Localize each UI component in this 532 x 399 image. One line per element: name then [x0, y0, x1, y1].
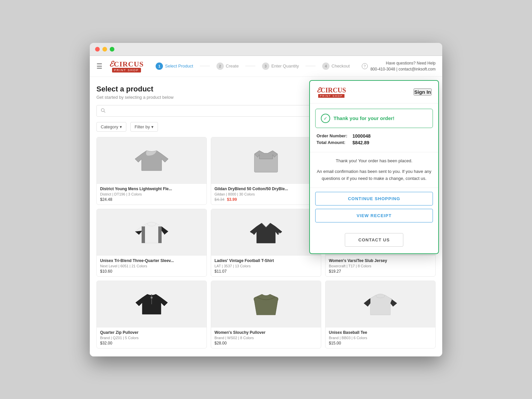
order-modal: ℰCIRCUS PRINT SHOP Sign In ✓ Thank you f…	[309, 80, 439, 254]
contact-us-button[interactable]: CONTACT US	[345, 233, 403, 247]
product-card-0[interactable]: District Young Mens Lightweight Fle... D…	[96, 137, 207, 205]
maximize-button[interactable]	[110, 47, 114, 52]
check-icon: ✓	[321, 114, 330, 123]
product-price-4: $11.07	[214, 269, 318, 274]
step-circle-3: 3	[262, 63, 269, 70]
product-card-8[interactable]: Unisex Baseball Tee Brand | BB03 | 6 Col…	[325, 281, 436, 348]
close-button[interactable]	[95, 47, 100, 52]
category-chevron-icon: ▾	[120, 124, 122, 129]
product-price-3: $10.60	[100, 269, 203, 274]
message-1: Thank you! Your order has been placed.	[317, 158, 432, 165]
modal-actions: CONTINUE SHOPPING VIEW RECEIPT	[310, 188, 438, 226]
step-circle-1: 1	[156, 63, 163, 70]
product-meta-6: Brand | QZ01 | 5 Colors	[100, 336, 203, 340]
product-name-7: Women's Slouchy Pullover	[214, 330, 318, 335]
wizard-steps: 1 Select Product 2 Create 3 Enter Quanti…	[150, 63, 355, 70]
product-info-0: District Young Mens Lightweight Fle... D…	[97, 184, 206, 204]
product-price-0: $24.48	[100, 197, 203, 202]
product-meta-1: Gildan | 8000 | 30 Colors	[214, 192, 318, 196]
product-price-5: $19.27	[329, 269, 432, 274]
filter-by-button[interactable]: Filter by ▾	[130, 122, 158, 132]
modal-logo: ℰCIRCUS PRINT SHOP	[317, 86, 346, 98]
product-image-8	[326, 281, 435, 328]
wizard-step-3[interactable]: 3 Enter Quantity	[262, 63, 299, 70]
wizard-step-2[interactable]: 2 Create	[216, 63, 239, 70]
order-details: Order Number: 1000048 Total Amount: $842…	[310, 128, 438, 152]
total-value: $842.89	[352, 140, 369, 145]
product-price-6: $32.00	[100, 341, 203, 345]
product-name-0: District Young Mens Lightweight Fle...	[100, 187, 203, 191]
product-meta-7: Brand | WS02 | 8 Colors	[214, 336, 318, 340]
step-label-1: Select Product	[165, 64, 193, 68]
modal-logo-text: ℰCIRCUS	[317, 86, 346, 94]
order-number-label: Order Number:	[317, 133, 350, 139]
hamburger-icon[interactable]: ☰	[96, 62, 102, 70]
product-info-1: Gildan DryBlend 50 Cotton/50 DryBle... G…	[211, 184, 321, 204]
product-name-3: Unisex Tri-Blend Three-Quarter Sleev...	[100, 258, 203, 263]
step-circle-4: 4	[322, 63, 330, 70]
product-card-1[interactable]: Gildan DryBlend 50 Cotton/50 DryBle... G…	[211, 137, 321, 205]
product-card-6[interactable]: Quarter Zip Pullover Brand | QZ01 | 5 Co…	[96, 281, 207, 348]
total-row: Total Amount: $842.89	[317, 140, 432, 145]
category-filter[interactable]: Category ▾	[96, 122, 126, 132]
sign-in-button[interactable]: Sign In	[414, 88, 432, 95]
product-name-6: Quarter Zip Pullover	[100, 330, 203, 335]
search-icon	[101, 108, 105, 114]
product-image-3	[97, 209, 206, 256]
browser-content: ☰ ℰCIRCUS PRINT SHOP 1 Select Product 2 …	[90, 56, 442, 356]
sale-price-1: $3.99	[227, 197, 237, 202]
product-image-4	[211, 209, 321, 256]
wizard-step-1[interactable]: 1 Select Product	[156, 63, 193, 70]
product-name-1: Gildan DryBlend 50 Cotton/50 DryBle...	[214, 187, 318, 191]
old-price-1: $4.34	[214, 197, 224, 202]
product-card-7[interactable]: Women's Slouchy Pullover Brand | WS02 | …	[211, 281, 321, 348]
thank-you-box: ✓ Thank you for your order!	[315, 109, 433, 128]
step-label-3: Enter Quantity	[271, 64, 299, 68]
order-message: Thank you! Your order has been placed. A…	[310, 152, 438, 188]
product-info-8: Unisex Baseball Tee Brand | BB03 | 6 Col…	[326, 328, 435, 348]
wizard-step-4[interactable]: 4 Checkout	[322, 63, 350, 70]
filterby-chevron-icon: ▾	[151, 124, 154, 129]
product-meta-5: Boxercraft | T17 | 8 Colors	[329, 264, 432, 268]
svg-line-1	[104, 111, 105, 112]
svg-point-4	[147, 222, 156, 226]
modal-logo-subtitle: PRINT SHOP	[318, 94, 344, 98]
product-card-4[interactable]: Ladies' Vintage Football T-Shirt LAT | 3…	[211, 209, 321, 277]
modal-footer: CONTACT US	[310, 226, 438, 247]
product-info-4: Ladies' Vintage Football T-Shirt LAT | 3…	[211, 256, 321, 276]
total-label: Total Amount:	[317, 140, 350, 145]
product-price-1: $4.34 $3.99	[214, 197, 318, 202]
browser-window: ☰ ℰCIRCUS PRINT SHOP 1 Select Product 2 …	[90, 43, 442, 356]
top-nav: ☰ ℰCIRCUS PRINT SHOP 1 Select Product 2 …	[90, 56, 442, 77]
view-receipt-button[interactable]: VIEW RECEIPT	[315, 209, 433, 222]
product-image-0	[97, 137, 206, 184]
product-info-6: Quarter Zip Pullover Brand | QZ01 | 5 Co…	[97, 328, 206, 348]
continue-shopping-button[interactable]: CONTINUE SHOPPING	[315, 192, 433, 205]
product-image-1	[211, 137, 321, 184]
logo-e: ℰ	[109, 60, 114, 68]
minimize-button[interactable]	[102, 47, 107, 52]
message-2: An email confirmation has been sent to y…	[317, 168, 432, 182]
product-price-7: $28.00	[214, 341, 318, 345]
product-card-3[interactable]: Unisex Tri-Blend Three-Quarter Sleev... …	[96, 209, 207, 277]
product-meta-3: Next Level | 6051 | 21 Colors	[100, 264, 203, 268]
step-divider-3	[306, 66, 316, 66]
logo[interactable]: ℰCIRCUS PRINT SHOP	[109, 60, 144, 72]
product-info-3: Unisex Tri-Blend Three-Quarter Sleev... …	[97, 256, 206, 276]
logo-subtitle: PRINT SHOP	[112, 68, 141, 72]
nav-help: ? Have questions? Need Help 800-410-3048…	[362, 60, 436, 72]
product-info-5: Women's VarsiTee Slub Jersey Boxercraft …	[326, 256, 435, 276]
svg-point-15	[151, 297, 153, 299]
product-name-4: Ladies' Vintage Football T-Shirt	[214, 258, 318, 263]
thank-you-text: Thank you for your order!	[333, 115, 394, 121]
product-meta-4: LAT | 3537 | 13 Colors	[214, 264, 318, 268]
step-circle-2: 2	[216, 63, 224, 70]
help-icon[interactable]: ?	[362, 63, 368, 69]
step-divider-1	[200, 66, 210, 66]
product-image-6	[97, 281, 206, 328]
product-meta-0: District | DT196 | 3 Colors	[100, 192, 203, 196]
help-text: Have questions? Need Help 800-410-3048 |…	[370, 60, 436, 72]
order-number-row: Order Number: 1000048	[317, 133, 432, 139]
browser-titlebar	[90, 43, 442, 56]
main-content: Select a product Get started by selectin…	[90, 77, 442, 356]
